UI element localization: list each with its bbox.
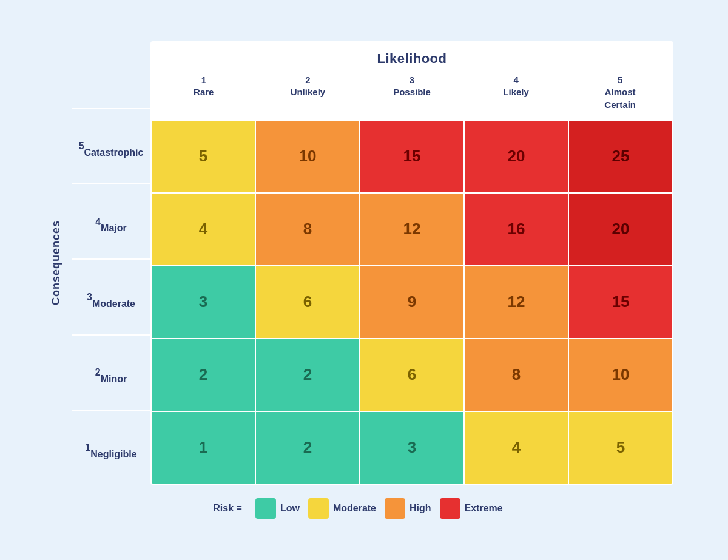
grid-cell-1-3: 16 [463,194,568,265]
grid-cell-1-1: 8 [255,194,359,265]
col-header-3: 4Likely [464,72,568,115]
grid-cell-1-0: 4 [152,194,255,265]
row-label-4: 1Negligible [72,410,150,485]
col-headers-row: 1Rare2Unlikely3Possible4Likely5AlmostCer… [152,72,672,120]
grid-row-3: 226810 [152,338,672,411]
row-labels-and-grid: 5Catastrophic4Major3Moderate2Minor1Negli… [72,41,673,485]
legend-label-2: High [410,503,431,514]
grid-cell-2-1: 6 [255,266,359,338]
legend-item-3: Extreme [440,498,503,519]
grid-row-1: 48121620 [152,192,672,265]
col-header-4: 5AlmostCertain [568,72,672,115]
legend-prefix: Risk = [213,503,242,514]
legend-swatch-0 [255,498,276,519]
grid-cell-0-0: 5 [152,121,255,192]
legend-item-1: Moderate [308,498,376,519]
grid-cell-3-3: 8 [463,339,568,411]
col-header-1: 2Unlikely [256,72,360,115]
row-label-3: 2Minor [72,334,150,410]
main-layout: Consequences 5Catastrophic4Major3Moderat… [42,41,673,485]
row-label-2: 3Moderate [72,258,150,334]
grid-cell-4-0: 1 [152,412,255,484]
legend-row: Risk = LowModerateHighExtreme [213,498,502,519]
grid-row-0: 510152025 [152,120,672,192]
legend-items: LowModerateHighExtreme [247,498,503,519]
grid-section: Likelihood 1Rare2Unlikely3Possible4Likel… [150,41,673,485]
grid-cell-3-4: 10 [568,339,672,411]
row-label-1: 4Major [72,183,150,258]
grid-cell-2-2: 9 [359,266,463,338]
grid-cell-4-3: 4 [463,412,568,484]
legend-swatch-1 [308,498,329,519]
grid-cell-4-1: 2 [255,412,359,484]
col-header-0: 1Rare [152,72,256,115]
grid-row-2: 3691215 [152,265,672,338]
consequences-label-wrapper: Consequences [42,41,69,485]
grid-cell-3-2: 6 [359,339,463,411]
likelihood-header: Likelihood [152,42,672,72]
row-label-0: 5Catastrophic [72,108,150,183]
grid-cell-0-1: 10 [255,121,359,192]
row-label-spacer [72,41,150,108]
grid-cell-3-0: 2 [152,339,255,411]
grid-cell-2-0: 3 [152,266,255,338]
legend-label-3: Extreme [465,503,503,514]
grid-cell-3-1: 2 [255,339,359,411]
legend-swatch-3 [440,498,460,519]
grid-cell-0-2: 15 [359,121,463,192]
grid-cell-1-2: 12 [359,194,463,265]
grid-cell-4-2: 3 [359,412,463,484]
col-header-2: 3Possible [360,72,464,115]
legend-label-1: Moderate [333,503,376,514]
row-labels-col: 5Catastrophic4Major3Moderate2Minor1Negli… [72,41,150,485]
chart-container: Consequences 5Catastrophic4Major3Moderat… [30,23,698,537]
grid-row-4: 12345 [152,411,672,484]
grid-cell-0-4: 25 [568,121,672,192]
grid-cell-0-3: 20 [463,121,568,192]
likelihood-axis-label: Likelihood [377,51,447,66]
legend-swatch-2 [385,498,405,519]
grid-cell-1-4: 20 [568,194,672,265]
grid-cell-2-3: 12 [463,266,568,338]
grid-rows: 51015202548121620369121522681012345 [152,120,672,484]
consequences-axis-label: Consequences [50,220,62,305]
grid-cell-4-4: 5 [568,412,672,484]
legend-label-0: Low [280,503,300,514]
legend-item-2: High [385,498,431,519]
grid-cell-2-4: 15 [568,266,672,338]
legend-item-0: Low [255,498,300,519]
